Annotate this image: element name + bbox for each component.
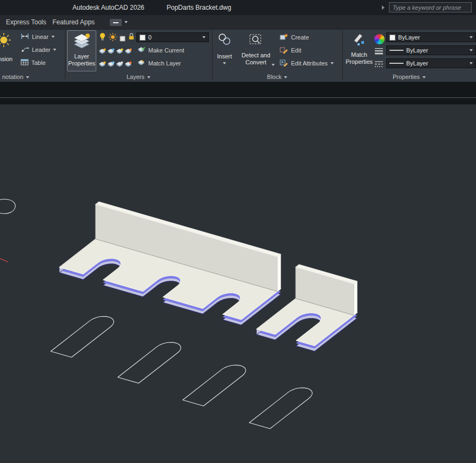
color-wheel-icon[interactable] <box>374 34 385 44</box>
drawing-canvas[interactable] <box>0 104 476 463</box>
properties-panel-label-text: Properties <box>393 74 420 80</box>
chevron-down-icon <box>26 76 29 78</box>
match-properties-label-2: Properties <box>346 58 373 65</box>
chevron-down-icon <box>202 36 206 38</box>
panel-separator <box>212 31 213 80</box>
object-color-select[interactable]: ByLayer <box>386 32 476 42</box>
layer-select-value: 0 <box>148 34 151 41</box>
app-title: Autodesk AutoCAD 2026 <box>72 4 144 11</box>
leader-label: Leader <box>32 47 50 53</box>
annotation-panel-label[interactable]: notation <box>0 74 31 80</box>
layer-tool-icon[interactable] <box>116 47 123 56</box>
edit-block-label: Edit <box>291 47 301 54</box>
layer-tool-icon[interactable] <box>107 47 115 56</box>
create-block-button[interactable]: Create <box>280 34 309 41</box>
ribbon-tab-bar: Express Tools Featured Apps <box>0 15 476 30</box>
autocad-window: Autodesk AutoCAD 2026 PopDarts Bracket.d… <box>0 0 476 463</box>
dimension-label: ension <box>0 56 12 63</box>
layer-properties-icon <box>72 32 91 50</box>
chevron-down-icon <box>51 36 55 38</box>
make-current-label: Make Current <box>148 47 184 54</box>
search-arrow-icon[interactable] <box>382 5 385 10</box>
linear-label: Linear <box>32 34 49 40</box>
object-color-swatch <box>389 35 395 41</box>
leader-icon <box>21 46 29 54</box>
layer-properties-button[interactable]: Layer Properties <box>67 30 96 71</box>
ribbon-display-toggle[interactable] <box>110 19 122 26</box>
create-block-label: Create <box>291 34 309 41</box>
chevron-down-icon <box>147 76 150 78</box>
layer-lock-icon[interactable] <box>128 32 135 43</box>
layer-tool-icon[interactable] <box>124 47 132 56</box>
layer-tool-icon[interactable] <box>98 59 106 69</box>
detect-convert-button[interactable]: Detect and Convert <box>236 31 276 71</box>
lineweight-select[interactable]: ByLayer <box>386 45 476 55</box>
edit-attributes-button[interactable]: Edit Attributes <box>280 59 334 67</box>
table-button[interactable]: Table <box>21 59 45 67</box>
chevron-down-icon <box>470 49 473 51</box>
lineweight-icon[interactable] <box>374 47 384 57</box>
match-layer-icon <box>137 59 146 67</box>
bracket-solid-large <box>60 202 281 325</box>
table-label: Table <box>31 59 45 66</box>
tab-express-tools[interactable]: Express Tools <box>6 18 46 26</box>
dimension-icon <box>0 32 11 51</box>
layers-panel-label-text: Layers <box>127 74 144 80</box>
edit-block-icon <box>280 46 288 55</box>
chevron-down-icon <box>470 62 473 64</box>
properties-panel-label[interactable]: Properties <box>342 74 476 80</box>
layer-tool-icon[interactable] <box>107 59 115 69</box>
layer-properties-label-2: Properties <box>68 60 95 67</box>
insert-block-button[interactable]: Insert <box>215 31 234 71</box>
table-icon <box>21 59 29 67</box>
match-properties-button[interactable]: Match Properties <box>345 31 373 71</box>
layer-on-off-icon[interactable] <box>99 32 106 43</box>
match-layer-button[interactable]: Match Layer <box>137 59 181 67</box>
layers-panel-label[interactable]: Layers <box>65 74 212 80</box>
linetype-icon[interactable] <box>374 60 384 70</box>
edit-block-button[interactable]: Edit <box>280 47 301 54</box>
edit-attributes-icon <box>280 59 288 68</box>
search-input[interactable] <box>389 2 472 12</box>
linetype-select[interactable]: ByLayer <box>386 58 476 68</box>
layer-tool-icon[interactable] <box>124 59 132 69</box>
object-color-value: ByLayer <box>398 34 420 41</box>
chevron-down-icon[interactable] <box>124 21 128 23</box>
detect-convert-label-1: Detect and <box>241 52 270 59</box>
lineweight-value: ByLayer <box>406 47 428 54</box>
annotation-panel-label-text: notation <box>2 74 23 80</box>
match-layer-label: Match Layer <box>148 60 181 67</box>
linetype-sample <box>389 63 404 64</box>
linear-button[interactable]: Linear <box>21 33 55 41</box>
document-title: PopDarts Bracket.dwg <box>167 4 231 11</box>
viewport-top-border <box>0 97 476 98</box>
dimension-button[interactable]: ension <box>0 31 16 71</box>
layer-properties-label-1: Layer <box>74 53 89 60</box>
block-panel-label[interactable]: Block <box>212 74 342 80</box>
title-bar: Autodesk AutoCAD 2026 PopDarts Bracket.d… <box>0 0 476 15</box>
insert-label: Insert <box>217 53 232 60</box>
chevron-down-icon <box>330 62 334 64</box>
layer-color-swatch <box>140 35 146 41</box>
chevron-down-icon <box>422 76 426 78</box>
drawing-viewport[interactable] <box>0 104 476 463</box>
detect-convert-icon <box>249 32 263 48</box>
chevron-down-icon <box>284 76 287 78</box>
match-properties-label-1: Match <box>351 51 367 58</box>
layer-swatch-icon[interactable] <box>120 34 125 44</box>
leader-button[interactable]: Leader <box>21 46 56 54</box>
make-current-button[interactable]: Make Current <box>137 47 184 54</box>
layer-select[interactable]: 0 <box>136 32 209 42</box>
detect-convert-label-2: Convert <box>246 59 267 66</box>
match-properties-icon <box>352 32 366 48</box>
insert-block-icon <box>217 32 232 48</box>
tab-featured-apps[interactable]: Featured Apps <box>52 18 95 26</box>
layer-tool-icon[interactable] <box>98 47 106 56</box>
file-tab-strip <box>0 82 476 104</box>
layer-thaw-sun-icon[interactable] <box>109 33 117 43</box>
linetype-value: ByLayer <box>406 60 428 67</box>
panel-separator <box>65 31 65 80</box>
layer-tool-icon[interactable] <box>116 59 123 69</box>
panel-separator <box>342 31 343 80</box>
chevron-down-icon <box>53 49 56 51</box>
